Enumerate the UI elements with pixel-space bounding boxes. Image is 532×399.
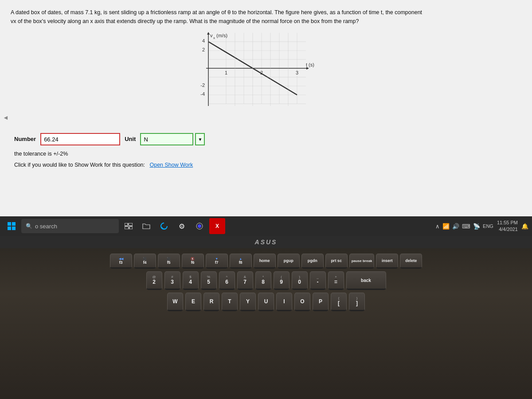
key-u[interactable]: U — [258, 293, 274, 311]
notification-icon[interactable]: 🔔 — [521, 223, 528, 230]
key-7[interactable]: & 7 — [237, 271, 253, 290]
key-8[interactable]: * 8 — [255, 271, 271, 290]
svg-text:(m/s): (m/s) — [216, 33, 227, 38]
show-work-row: Click if you would like to Show Work for… — [14, 161, 521, 169]
svg-rect-39 — [125, 227, 129, 229]
key-4[interactable]: $ 4 — [183, 271, 199, 290]
scroll-indicator: ◄ — [3, 114, 9, 121]
svg-marker-11 — [207, 32, 210, 35]
svg-text:-2: -2 — [200, 82, 205, 88]
svg-text:1: 1 — [225, 70, 227, 75]
unit-label: Unit — [125, 135, 136, 144]
key-pause-break[interactable]: pause break — [349, 254, 375, 269]
open-show-work-link[interactable]: Open Show Work — [149, 162, 193, 168]
up-arrow-icon[interactable]: ∧ — [435, 223, 440, 230]
graph-container: 2 4 -2 -4 1 2 3 t (s) v x (m/s) — [200, 28, 332, 126]
key-y[interactable]: Y — [240, 293, 256, 311]
unit-dropdown-button[interactable]: ▼ — [195, 133, 205, 145]
settings-button[interactable]: ⚙ — [174, 218, 190, 234]
key-0[interactable]: ) 0 — [292, 271, 308, 290]
svg-rect-35 — [8, 227, 11, 230]
edge-browser-button[interactable] — [156, 218, 172, 234]
wifi-icon: 📡 — [473, 223, 480, 230]
asus-brand-logo: ASUS — [255, 239, 278, 246]
system-tray-icons: ∧ 📶 🔊 ⌨ 📡 ENG — [435, 223, 493, 230]
key-backspace[interactable]: back — [346, 271, 386, 290]
key-insert[interactable]: insert — [376, 254, 398, 269]
key-prtsc[interactable]: prt sc — [325, 254, 348, 269]
key-close-bracket[interactable]: } ] — [349, 293, 365, 311]
task-view-button[interactable] — [121, 218, 137, 234]
tolerance-text: the tolerance is +/-2% — [14, 150, 521, 158]
key-6[interactable]: ^ 6 — [219, 271, 235, 290]
key-i[interactable]: I — [276, 293, 292, 311]
taskbar-right-area: ∧ 📶 🔊 ⌨ 📡 ENG 11:55 PM 4/4/2021 🔔 — [435, 219, 528, 233]
key-r[interactable]: R — [203, 293, 219, 311]
svg-rect-38 — [129, 223, 133, 226]
windows-button[interactable] — [4, 218, 20, 234]
key-home[interactable]: home — [254, 254, 276, 269]
search-placeholder-text: o search — [35, 223, 57, 230]
time-display: 11:55 PM — [497, 219, 518, 226]
key-pgup[interactable]: pgup — [278, 254, 300, 269]
key-f4[interactable]: ⬛ f4 — [134, 254, 156, 269]
key-delete[interactable]: delete — [400, 254, 422, 269]
key-2[interactable]: @ 2 — [146, 271, 162, 290]
number-input[interactable] — [40, 133, 120, 145]
key-o[interactable]: O — [294, 293, 310, 311]
svg-text:4: 4 — [202, 38, 205, 43]
svg-rect-34 — [12, 222, 16, 226]
laptop-screen: A dated box of dates, of mass 7.1 kg, is… — [0, 0, 532, 235]
x-app-button[interactable]: X — [209, 218, 225, 234]
key-e[interactable]: E — [185, 293, 201, 311]
taskbar-clock: 11:55 PM 4/4/2021 — [497, 219, 518, 233]
laptop-bezel: ASUS — [0, 236, 532, 248]
key-f3[interactable]: ◀◀ f3 — [110, 254, 132, 269]
keyboard-rows: ◀◀ f3 ⬛ f4 ⬛ f5 🔇 f6 ▼ f7 ▲ f8 — [13, 254, 519, 311]
velocity-graph: 2 4 -2 -4 1 2 3 t (s) v x (m/s) — [200, 28, 324, 117]
svg-text:x: x — [213, 36, 215, 40]
problem-text: A dated box of dates, of mass 7.1 kg, is… — [11, 8, 520, 26]
svg-rect-33 — [8, 222, 11, 226]
key-5[interactable]: % 5 — [201, 271, 217, 290]
svg-text:2: 2 — [202, 47, 205, 52]
answer-row: Number Unit ▼ — [14, 133, 521, 145]
chrome-button[interactable] — [192, 218, 207, 234]
key-9[interactable]: ( 9 — [274, 271, 289, 290]
graph-area: 2 4 -2 -4 1 2 3 t (s) v x (m/s) — [11, 28, 521, 126]
language-indicator: ENG — [483, 223, 493, 229]
key-f6[interactable]: 🔇 f6 — [182, 254, 204, 269]
number-label: Number — [14, 135, 36, 144]
svg-text:-4: -4 — [200, 91, 205, 97]
number-key-row: @ 2 # 3 $ 4 % 5 ^ 6 & 7 — [13, 271, 519, 290]
key-minus[interactable]: _ - — [310, 271, 326, 290]
date-display: 4/4/2021 — [497, 226, 518, 233]
speaker-icon[interactable]: 🔊 — [452, 223, 459, 230]
key-pgdn[interactable]: pgdn — [301, 254, 324, 269]
key-p[interactable]: P — [313, 293, 329, 311]
keyboard-icon: ⌨ — [462, 223, 470, 230]
problem-line2: vx of the box's velocity along an x axis… — [11, 18, 359, 24]
key-3[interactable]: # 3 — [164, 271, 180, 290]
key-open-bracket[interactable]: { [ — [331, 293, 347, 311]
key-f8[interactable]: ▲ f8 — [230, 254, 252, 269]
qwerty-key-row: W E R T Y U I O P — [13, 293, 519, 311]
key-f7[interactable]: ▼ f7 — [206, 254, 228, 269]
key-equals[interactable]: + = — [328, 271, 344, 290]
taskbar-search-box[interactable]: 🔍 o search — [21, 219, 119, 233]
svg-rect-40 — [129, 227, 133, 229]
problem-line1: A dated box of dates, of mass 7.1 kg, is… — [11, 9, 422, 16]
unit-input[interactable] — [140, 133, 193, 145]
key-t[interactable]: T — [222, 293, 238, 311]
svg-text:v: v — [210, 33, 213, 38]
show-work-prefix: Click if you would like to Show Work for… — [14, 162, 145, 168]
key-f5[interactable]: ⬛ f5 — [158, 254, 180, 269]
fn-key-row: ◀◀ f3 ⬛ f4 ⬛ f5 🔇 f6 ▼ f7 ▲ f8 — [13, 254, 519, 269]
file-explorer-button[interactable] — [138, 218, 154, 234]
key-w[interactable]: W — [167, 293, 183, 311]
taskbar: 🔍 o search ⚙ X — [0, 216, 532, 236]
search-icon: 🔍 — [26, 223, 32, 229]
svg-text:t (s): t (s) — [306, 62, 314, 67]
svg-rect-37 — [125, 223, 128, 226]
keyboard-area: ◀◀ f3 ⬛ f4 ⬛ f5 🔇 f6 ▼ f7 ▲ f8 — [0, 248, 532, 399]
